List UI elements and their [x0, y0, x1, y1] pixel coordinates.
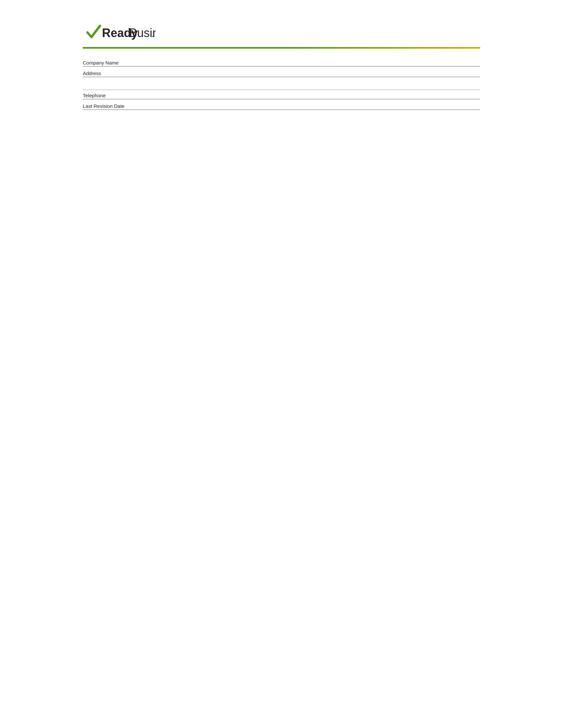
address-line — [83, 77, 480, 77]
orgchart — [99, 123, 464, 474]
telephone-label: Telephone — [83, 91, 480, 99]
telephone-line — [83, 99, 480, 99]
company-name-field: Company Name — [83, 59, 480, 67]
revision-date-label: Last Revision Date — [83, 102, 480, 110]
logo-svg: Ready Business . — [83, 20, 156, 44]
orgchart-container — [83, 123, 480, 489]
address-field: Address — [83, 69, 480, 77]
company-name-line — [83, 66, 480, 67]
company-name-label: Company Name — [83, 59, 480, 66]
header: Ready Business . — [83, 20, 480, 44]
revision-date-line — [83, 110, 480, 110]
connector-svg — [99, 123, 464, 474]
address-label: Address — [83, 69, 480, 77]
page: Ready Business . Company Name Address Te… — [56, 0, 507, 529]
svg-text:.: . — [151, 26, 154, 40]
telephone-field: Telephone — [83, 90, 480, 99]
revision-date-field: Last Revision Date — [83, 102, 480, 110]
logo-area: Ready Business . — [83, 20, 156, 44]
header-divider — [83, 47, 480, 49]
